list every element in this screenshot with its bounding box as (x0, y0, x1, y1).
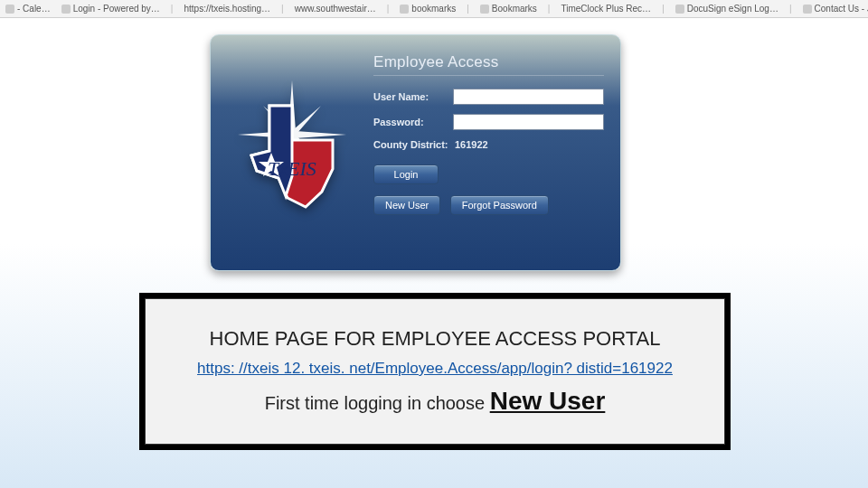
caption-note: First time logging in choose New User (265, 387, 606, 416)
portal-url-link[interactable]: https: //txeis 12. txeis. net/Employee.A… (197, 360, 673, 378)
bookmark-item[interactable]: Bookmarks (480, 4, 537, 14)
logo-panel: TxEIS (211, 35, 373, 270)
password-label: Password: (373, 117, 453, 127)
login-card: TxEIS Employee Access User Name: Passwor… (210, 34, 621, 271)
username-input[interactable] (453, 89, 604, 105)
password-input[interactable] (453, 114, 604, 130)
county-district-value: 161922 (455, 139, 488, 150)
login-form: Employee Access User Name: Password: Cou… (373, 35, 620, 270)
username-label: User Name: (373, 91, 453, 102)
bookmark-item[interactable]: Contact Us - Jeep L… (803, 4, 868, 14)
caption-title: HOME PAGE FOR EMPLOYEE ACCESS PORTAL (210, 327, 661, 351)
txeis-logo: TxEIS (224, 80, 360, 225)
login-title: Employee Access (373, 53, 604, 76)
bookmark-item[interactable]: https://txeis.hosting… (184, 4, 270, 14)
new-user-button[interactable]: New User (373, 195, 440, 215)
caption-inner: HOME PAGE FOR EMPLOYEE ACCESS PORTAL htt… (145, 298, 725, 445)
caption-box: HOME PAGE FOR EMPLOYEE ACCESS PORTAL htt… (139, 293, 731, 450)
button-row-secondary: New User Forgot Password (373, 195, 604, 221)
caption-note-prefix: First time logging in choose (265, 393, 490, 413)
bookmark-item[interactable]: - Cale… (5, 4, 51, 14)
bookmark-item[interactable]: DocuSign eSign Log… (675, 4, 778, 14)
county-district-row: County District: 161922 (373, 139, 604, 150)
username-row: User Name: (373, 89, 604, 105)
bookmarks-bar: - Cale… Login - Powered by… | https://tx… (0, 0, 868, 18)
bookmark-item[interactable]: www.southwestair… (295, 4, 376, 14)
bookmark-item[interactable]: Login - Powered by… (61, 4, 160, 14)
button-row-primary: Login (373, 164, 604, 190)
caption-note-emphasis: New User (490, 387, 606, 415)
county-district-label: County District: (373, 139, 453, 150)
bookmark-item[interactable]: bookmarks (400, 4, 456, 14)
forgot-password-button[interactable]: Forgot Password (450, 195, 549, 215)
password-row: Password: (373, 114, 604, 130)
logo-brand-text: TxEIS (268, 157, 316, 180)
login-button[interactable]: Login (373, 164, 439, 184)
bookmark-item[interactable]: TimeClock Plus Rec… (561, 4, 651, 14)
